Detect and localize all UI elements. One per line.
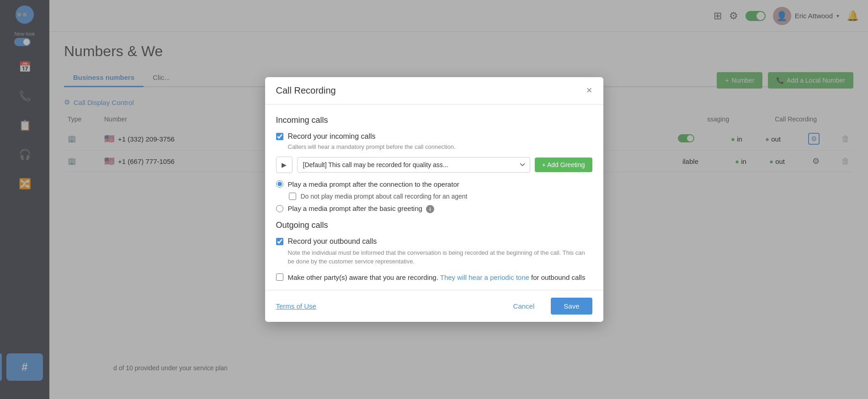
incoming-section-title: Incoming calls	[276, 116, 592, 125]
radio-operator-label[interactable]: Play a media prompt after the connection…	[288, 180, 459, 188]
radio-operator[interactable]	[276, 180, 283, 188]
record-incoming-row: Record your incoming calls	[276, 132, 592, 141]
modal-body: Incoming calls Record your incoming call…	[265, 105, 603, 290]
outgoing-note: Note the individual must be informed tha…	[288, 248, 592, 266]
modal-close-button[interactable]: ×	[586, 85, 592, 95]
cancel-button[interactable]: Cancel	[502, 298, 546, 315]
record-outbound-checkbox[interactable]	[276, 238, 283, 245]
record-incoming-checkbox[interactable]	[276, 133, 283, 140]
record-incoming-note: Callers will hear a mandatory prompt bef…	[288, 143, 592, 150]
radio-2-text: Play a media prompt after the basic gree…	[288, 205, 422, 212]
no-agent-prompt-label[interactable]: Do not play media prompt about call reco…	[301, 193, 468, 200]
make-aware-start: Make other party(s) aware that you are r…	[288, 273, 438, 281]
sub-check-row: Do not play media prompt about call reco…	[289, 193, 592, 200]
add-greeting-button[interactable]: + Add Greeting	[535, 158, 592, 172]
add-greeting-label: + Add Greeting	[542, 161, 585, 168]
make-aware-row: Make other party(s) aware that you are r…	[276, 273, 592, 283]
radio-row-2: Play a media prompt after the basic gree…	[276, 205, 592, 213]
radio-basic-greeting[interactable]	[276, 205, 283, 212]
modal-header: Call Recording ×	[265, 77, 603, 105]
radio-basic-greeting-label[interactable]: Play a media prompt after the basic gree…	[288, 205, 435, 213]
record-outbound-label[interactable]: Record your outbound calls	[288, 237, 377, 246]
radio-group: Play a media prompt after the connection…	[276, 180, 592, 213]
terms-of-use-link[interactable]: Terms of Use	[276, 302, 316, 310]
make-aware-text: Make other party(s) aware that you are r…	[288, 273, 586, 283]
play-button[interactable]: ▶	[276, 157, 293, 173]
record-incoming-label[interactable]: Record your incoming calls	[288, 132, 376, 141]
make-aware-end: for outbound calls	[531, 273, 585, 281]
modal-footer: Terms of Use Cancel Save	[265, 290, 603, 322]
record-outbound-row: Record your outbound calls	[276, 237, 592, 246]
outgoing-section-title: Outgoing calls	[276, 220, 592, 230]
modal-title: Call Recording	[276, 85, 336, 96]
radio-row-1: Play a media prompt after the connection…	[276, 180, 592, 188]
greeting-dropdown[interactable]: [Default] This call may be recorded for …	[297, 157, 530, 173]
footer-buttons: Cancel Save	[502, 298, 592, 315]
make-aware-highlight: They will hear a periodic tone	[440, 273, 529, 281]
info-icon[interactable]: i	[426, 205, 434, 213]
save-button[interactable]: Save	[551, 298, 592, 315]
greeting-dropdown-row: ▶ [Default] This call may be recorded fo…	[276, 157, 592, 173]
no-agent-prompt-checkbox[interactable]	[289, 193, 296, 200]
modal-overlay: Call Recording × Incoming calls Record y…	[0, 0, 868, 399]
play-icon: ▶	[282, 161, 287, 168]
outgoing-section: Outgoing calls Record your outbound call…	[276, 220, 592, 283]
call-recording-modal: Call Recording × Incoming calls Record y…	[265, 77, 603, 322]
make-aware-checkbox[interactable]	[276, 273, 283, 281]
